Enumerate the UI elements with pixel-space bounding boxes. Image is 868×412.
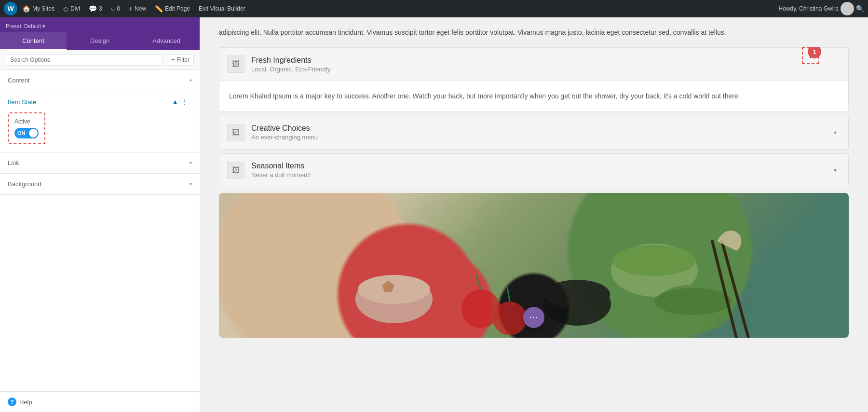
panel-preset: Preset: Default ▾ — [0, 22, 200, 32]
toggle-on-label: ON — [17, 130, 26, 136]
accordion-text-creative: Creative Choices An ever-changing menu — [251, 124, 830, 141]
accordion-content-fresh: Lorem Khaled Ipsum is a major key to suc… — [219, 81, 849, 111]
active-toggle[interactable]: ON — [14, 128, 39, 138]
svg-text:⬟: ⬟ — [382, 279, 394, 295]
accordion-header-creative[interactable]: 🖼 Creative Choices An ever-changing menu… — [219, 116, 849, 150]
new-button[interactable]: + New — [125, 3, 150, 14]
image-placeholder-icon-2: 🖼 — [232, 128, 240, 137]
accordion-title-fresh: Fresh Ingredients — [251, 56, 819, 65]
exit-builder-button[interactable]: Exit Visual Builder — [195, 3, 249, 14]
accordion-image-icon-3: 🖼 — [227, 162, 244, 179]
svg-point-10 — [613, 245, 696, 276]
plus-icon: + — [129, 5, 133, 13]
top-bar-left: W 🏠 My Sites ◇ Divi 💬 3 ○ 0 + New ✏️ Edi… — [4, 2, 777, 15]
preset-dropdown[interactable]: Preset: Default — [6, 23, 41, 29]
accordion-subtitle-creative: An ever-changing menu — [251, 134, 830, 141]
help-icon: ? — [8, 398, 16, 406]
search-input[interactable] — [6, 54, 163, 66]
divi-menu[interactable]: ◇ Divi — [59, 3, 84, 14]
item-state-content: Active ON — [0, 112, 200, 152]
accordion-seasonal-items: 🖼 Seasonal Items Never a dull moment! ▾ — [219, 153, 849, 187]
accordion-title-creative: Creative Choices — [251, 124, 830, 133]
my-sites-menu[interactable]: 🏠 My Sites — [18, 3, 58, 14]
top-bar-right: Howdy, Christina Gwira 🔍 — [779, 2, 864, 15]
background-section-header[interactable]: Background ▾ — [0, 174, 200, 194]
svg-point-4 — [493, 302, 527, 335]
filter-button[interactable]: + Filter — [167, 54, 194, 66]
search-bar: + Filter — [0, 50, 200, 70]
content-chevron-icon: ▾ — [190, 78, 192, 83]
accordion-subtitle-seasonal: Never a dull moment! — [251, 171, 830, 179]
accordion-header-fresh-ingredients[interactable]: 🖼 Fresh Ingredients Local. Organic. Eco-… — [219, 47, 849, 81]
accordion-creative-choices: 🖼 Creative Choices An ever-changing menu… — [219, 116, 849, 150]
svg-line-14 — [722, 241, 748, 338]
content-section: Content ▾ — [0, 70, 200, 91]
bubbles-menu[interactable]: ○ 0 — [107, 3, 124, 14]
number-badge: 1 — [808, 47, 821, 58]
filter-icon: + — [171, 56, 175, 63]
accordion-text-fresh: Fresh Ingredients Local. Organic. Eco-Fr… — [251, 56, 819, 73]
background-chevron-icon: ▾ — [190, 181, 192, 187]
background-section: Background ▾ — [0, 174, 200, 195]
tab-content[interactable]: Content — [0, 32, 67, 50]
accordion-title-seasonal: Seasonal Items — [251, 162, 830, 170]
link-section: Link ▾ — [0, 152, 200, 174]
panel-tabs: Content Design Advanced — [0, 32, 200, 50]
accordion-header-seasonal[interactable]: 🖼 Seasonal Items Never a dull moment! ▾ — [219, 153, 849, 187]
link-chevron-icon: ▾ — [190, 160, 192, 165]
help-text: Help — [19, 398, 32, 406]
wordpress-logo[interactable]: W — [4, 2, 17, 15]
toggle-container: ON — [14, 128, 39, 138]
item-state-section: Item State ▲ ⋮ Active ON — [0, 91, 200, 152]
content-section-header[interactable]: Content ▾ — [0, 70, 200, 91]
pencil-icon: ✏️ — [155, 5, 163, 13]
food-image-section: ⬟ ··· — [219, 193, 849, 338]
chevron-down-icon-2: ▾ — [830, 125, 841, 140]
search-icon[interactable]: 🔍 — [856, 5, 864, 13]
avatar[interactable] — [841, 2, 854, 15]
main-content: adipiscing elit. Nulla porttitor accumsa… — [200, 17, 868, 412]
image-placeholder-icon: 🖼 — [232, 60, 240, 69]
image-placeholder-icon-3: 🖼 — [232, 166, 240, 175]
svg-point-12 — [654, 288, 732, 315]
left-panel: ← Accordions Plus Item S... ⊞ ⋮ Preset: … — [0, 0, 200, 412]
item-state-section-header[interactable]: Item State ▲ ⋮ — [0, 91, 200, 112]
accordion-image-icon: 🖼 — [227, 55, 244, 73]
top-bar: W 🏠 My Sites ◇ Divi 💬 3 ○ 0 + New ✏️ Edi… — [0, 0, 868, 17]
bubbles-icon: ○ — [111, 5, 115, 13]
section-actions: ▲ ⋮ — [172, 98, 188, 106]
accordion-image-icon-2: 🖼 — [227, 124, 244, 141]
help-footer[interactable]: ? Help — [0, 391, 200, 412]
intro-text: adipiscing elit. Nulla porttitor accumsa… — [219, 27, 849, 38]
floating-action-button[interactable]: ··· — [523, 307, 544, 328]
svg-line-6 — [507, 287, 510, 302]
toggle-thumb — [29, 129, 38, 137]
comments-icon: 💬 — [89, 5, 97, 13]
accordion-subtitle-fresh: Local. Organic. Eco-Friendly. — [251, 66, 819, 73]
section-up-icon[interactable]: ▲ — [172, 98, 178, 106]
tab-advanced[interactable]: Advanced — [133, 32, 200, 50]
accordion-fresh-ingredients: 🖼 Fresh Ingredients Local. Organic. Eco-… — [219, 47, 849, 111]
chevron-down-icon-3: ▾ — [830, 163, 841, 178]
my-sites-icon: 🏠 — [22, 5, 30, 13]
divi-icon: ◇ — [63, 5, 68, 13]
floating-dots-icon: ··· — [529, 312, 538, 322]
accordion-text-seasonal: Seasonal Items Never a dull moment! — [251, 162, 830, 179]
section-more-icon[interactable]: ⋮ — [181, 98, 188, 106]
svg-point-8 — [544, 280, 610, 309]
accordion-edit-button[interactable]: ▾ 1 — [802, 47, 819, 64]
edit-page-button[interactable]: ✏️ Edit Page — [151, 3, 194, 14]
svg-line-5 — [476, 275, 481, 289]
active-toggle-box: Active ON — [8, 112, 45, 144]
link-section-header[interactable]: Link ▾ — [0, 152, 200, 173]
active-label: Active — [14, 118, 39, 125]
user-greeting: Howdy, Christina Gwira — [779, 5, 839, 12]
tab-design[interactable]: Design — [67, 32, 133, 50]
comments-menu[interactable]: 💬 3 — [85, 3, 106, 14]
